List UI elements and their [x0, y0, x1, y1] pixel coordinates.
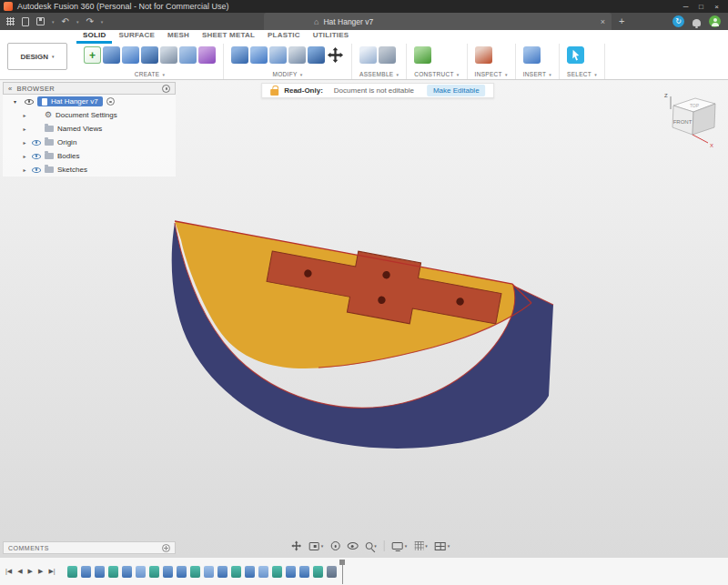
new-tab-button[interactable]: +: [619, 15, 624, 26]
timeline-feature-icon[interactable]: [258, 566, 268, 578]
new-component-icon[interactable]: [359, 46, 377, 64]
activate-component-icon[interactable]: [106, 97, 115, 106]
view-cube[interactable]: Z TOP FRONT X: [662, 89, 721, 151]
timeline-playhead[interactable]: [339, 560, 346, 584]
tab-utilities[interactable]: UTILITIES: [307, 28, 356, 44]
expand-arrow-icon[interactable]: ▾: [14, 98, 21, 105]
extrude-icon[interactable]: [103, 46, 120, 64]
tab-mesh[interactable]: MESH: [161, 28, 196, 44]
mirror-icon[interactable]: [198, 46, 216, 64]
make-editable-button[interactable]: Make Editable: [427, 85, 486, 96]
timeline-sketch-icon[interactable]: [108, 566, 118, 578]
create-sketch-icon[interactable]: +: [84, 46, 101, 64]
timeline-feature-icon[interactable]: [217, 566, 228, 578]
select-icon[interactable]: [567, 46, 584, 64]
hole-icon[interactable]: [160, 46, 177, 64]
orbit-icon[interactable]: [330, 541, 339, 550]
measure-icon[interactable]: [475, 46, 492, 64]
visibility-eye-icon[interactable]: [32, 154, 41, 159]
offset-face-icon[interactable]: [308, 46, 325, 64]
timeline-feature-icon[interactable]: [327, 566, 337, 578]
joint-icon[interactable]: [379, 46, 396, 64]
timeline-feature-icon[interactable]: [136, 566, 146, 578]
fit-icon[interactable]: ▾: [309, 542, 324, 550]
timeline-feature-icon[interactable]: [122, 566, 132, 578]
expand-arrow-icon[interactable]: ▸: [21, 153, 28, 159]
timeline-feature-icon[interactable]: [286, 566, 296, 578]
expand-arrow-icon[interactable]: ▸: [21, 126, 28, 132]
insert-icon[interactable]: [523, 46, 541, 64]
toolbar-group-label[interactable]: CREATE▾: [84, 71, 216, 77]
construct-plane-icon[interactable]: [414, 46, 431, 64]
expand-arrow-icon[interactable]: ▸: [21, 139, 28, 146]
model-hat-hanger[interactable]: [159, 209, 564, 455]
browser-item-named-views[interactable]: ▸Named Views: [3, 122, 176, 136]
move-icon[interactable]: [327, 46, 344, 64]
browser-item-root[interactable]: ▾ Hat Hanger v7: [3, 95, 176, 108]
minimize-button[interactable]: ─: [678, 3, 693, 11]
timeline-feature-icon[interactable]: [163, 566, 173, 578]
dropdown-caret-icon[interactable]: ▾: [101, 19, 104, 25]
expand-arrow-icon[interactable]: ▸: [21, 112, 28, 118]
collapse-panel-icon[interactable]: «: [8, 85, 13, 93]
combine-icon[interactable]: [288, 46, 306, 64]
comments-panel[interactable]: COMMENTS: [3, 541, 176, 554]
toolbar-group-label[interactable]: CONSTRUCT▾: [414, 71, 459, 77]
toolbar-group-label[interactable]: INSPECT▾: [475, 71, 508, 77]
tab-plastic[interactable]: PLASTIC: [261, 28, 307, 44]
browser-item-bodies[interactable]: ▸Bodies: [3, 149, 176, 163]
timeline-feature-icon[interactable]: [299, 566, 309, 578]
browser-options-icon[interactable]: [162, 85, 170, 93]
display-settings-icon[interactable]: ▾: [392, 542, 408, 550]
toolbar-group-label[interactable]: INSERT▾: [523, 71, 551, 77]
timeline-step-back-button[interactable]: ◀: [16, 566, 23, 577]
timeline-skip-end-button[interactable]: ▶|: [47, 566, 56, 577]
notifications-bell-icon[interactable]: [693, 19, 701, 26]
sweep-icon[interactable]: [141, 46, 158, 64]
close-button[interactable]: ×: [709, 3, 724, 11]
user-avatar[interactable]: [709, 15, 721, 27]
look-at-icon[interactable]: [347, 542, 358, 550]
zoom-icon[interactable]: ▾: [365, 542, 377, 550]
timeline-feature-icon[interactable]: [95, 566, 105, 578]
timeline-sketch-icon[interactable]: [190, 566, 200, 578]
timeline-step-forward-button[interactable]: ▶: [37, 566, 44, 577]
timeline-sketch-icon[interactable]: [149, 566, 159, 578]
maximize-button[interactable]: □: [693, 3, 709, 11]
timeline-sketch-icon[interactable]: [272, 566, 282, 578]
toolbar-group-label[interactable]: MODIFY▾: [231, 71, 344, 77]
timeline-sketch-icon[interactable]: [67, 566, 77, 578]
dropdown-caret-icon[interactable]: ▾: [52, 19, 55, 25]
save-icon[interactable]: [36, 17, 45, 25]
viewport-canvas[interactable]: « BROWSER ▾ Hat Hanger v7 ▸⚙Document Set…: [0, 80, 728, 557]
tab-solid[interactable]: SOLID: [76, 28, 112, 44]
fillet-icon[interactable]: [250, 46, 268, 64]
timeline-feature-icon[interactable]: [81, 566, 91, 578]
workspace-selector[interactable]: DESIGN ▾: [7, 43, 67, 70]
app-grid-icon[interactable]: [6, 17, 15, 25]
timeline-sketch-icon[interactable]: [313, 566, 323, 578]
shell-icon[interactable]: [269, 46, 287, 64]
timeline-feature-icon[interactable]: [245, 566, 255, 578]
expand-arrow-icon[interactable]: ▸: [21, 166, 28, 173]
visibility-eye-icon[interactable]: [25, 99, 34, 105]
tab-close-icon[interactable]: ×: [601, 17, 605, 26]
pan-icon[interactable]: [291, 540, 302, 551]
browser-item-document-settings[interactable]: ▸⚙Document Settings: [3, 108, 176, 122]
visibility-eye-icon[interactable]: [32, 167, 41, 173]
timeline-feature-icon[interactable]: [177, 566, 187, 578]
browser-root-selected[interactable]: Hat Hanger v7: [37, 96, 103, 106]
timeline-play-button[interactable]: ▶: [27, 566, 34, 577]
grid-settings-icon[interactable]: ▾: [414, 541, 428, 550]
browser-item-sketches[interactable]: ▸Sketches: [3, 163, 176, 177]
file-icon[interactable]: [22, 17, 29, 26]
dropdown-caret-icon[interactable]: ▾: [76, 19, 79, 25]
toolbar-group-label[interactable]: SELECT▾: [567, 71, 597, 77]
timeline-feature-icon[interactable]: [204, 566, 214, 578]
viewports-icon[interactable]: ▾: [435, 542, 450, 550]
pattern-icon[interactable]: [179, 46, 197, 64]
timeline-sketch-icon[interactable]: [231, 566, 241, 578]
browser-item-origin[interactable]: ▸Origin: [3, 136, 176, 149]
visibility-eye-icon[interactable]: [32, 140, 41, 146]
undo-button[interactable]: ↶: [62, 17, 69, 26]
